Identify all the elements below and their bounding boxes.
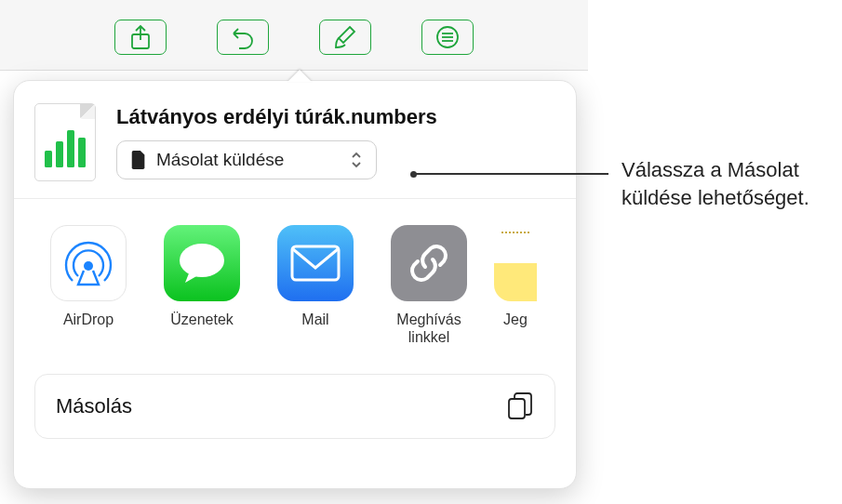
mail-icon xyxy=(290,245,341,282)
share-sheet-header: Látványos erdélyi túrák.numbers Másolat … xyxy=(14,81,576,199)
svg-rect-7 xyxy=(292,246,339,280)
callout-text: Válassza a Másolat küldése lehetőséget. xyxy=(621,156,835,211)
undo-button[interactable] xyxy=(217,20,269,55)
send-mode-select[interactable]: Másolat küldése xyxy=(116,140,377,179)
share-button[interactable] xyxy=(114,20,167,55)
airdrop-icon xyxy=(61,236,115,290)
share-target-airdrop[interactable]: AirDrop xyxy=(40,225,137,346)
share-targets-row[interactable]: AirDrop Üzenetek Mail Meghívás linkkel xyxy=(14,199,576,361)
paintbrush-icon xyxy=(333,24,357,50)
chart-glyph-icon xyxy=(45,130,86,167)
share-target-label: Üzenetek xyxy=(170,311,234,346)
document-title: Látványos erdélyi túrák.numbers xyxy=(116,105,555,129)
svg-point-6 xyxy=(180,244,224,277)
share-sheet: Látványos erdélyi túrák.numbers Másolat … xyxy=(13,80,577,489)
more-button[interactable] xyxy=(421,20,474,55)
share-target-label: Mail xyxy=(301,311,328,346)
copy-action[interactable]: Másolás xyxy=(34,374,555,439)
share-target-invite-link[interactable]: Meghívás linkkel xyxy=(381,225,477,346)
chevron-up-down-icon xyxy=(350,151,363,169)
share-target-label: AirDrop xyxy=(63,311,114,346)
format-button[interactable] xyxy=(319,20,371,55)
messages-icon xyxy=(176,240,228,286)
share-target-mail[interactable]: Mail xyxy=(267,225,364,346)
share-target-notes[interactable]: Jeg xyxy=(494,225,537,346)
link-icon xyxy=(407,241,451,285)
svg-point-5 xyxy=(84,261,93,271)
copy-action-label: Másolás xyxy=(56,394,132,418)
app-window: Látványos erdélyi túrák.numbers Másolat … xyxy=(0,0,588,504)
undo-icon xyxy=(230,25,256,49)
more-menu-icon xyxy=(435,25,460,49)
toolbar xyxy=(0,0,588,71)
share-target-label: Meghívás linkkel xyxy=(381,311,477,346)
document-icon xyxy=(130,151,147,169)
notes-icon xyxy=(494,225,537,301)
send-mode-label: Másolat küldése xyxy=(156,150,341,170)
callout-leader-line xyxy=(413,173,608,175)
actions-list: Másolás xyxy=(14,361,576,439)
share-target-messages[interactable]: Üzenetek xyxy=(154,225,250,346)
document-thumbnail xyxy=(34,103,96,181)
svg-rect-8 xyxy=(509,399,525,418)
copy-icon xyxy=(506,391,534,421)
share-icon xyxy=(129,24,152,50)
share-target-label: Jeg xyxy=(494,311,537,346)
